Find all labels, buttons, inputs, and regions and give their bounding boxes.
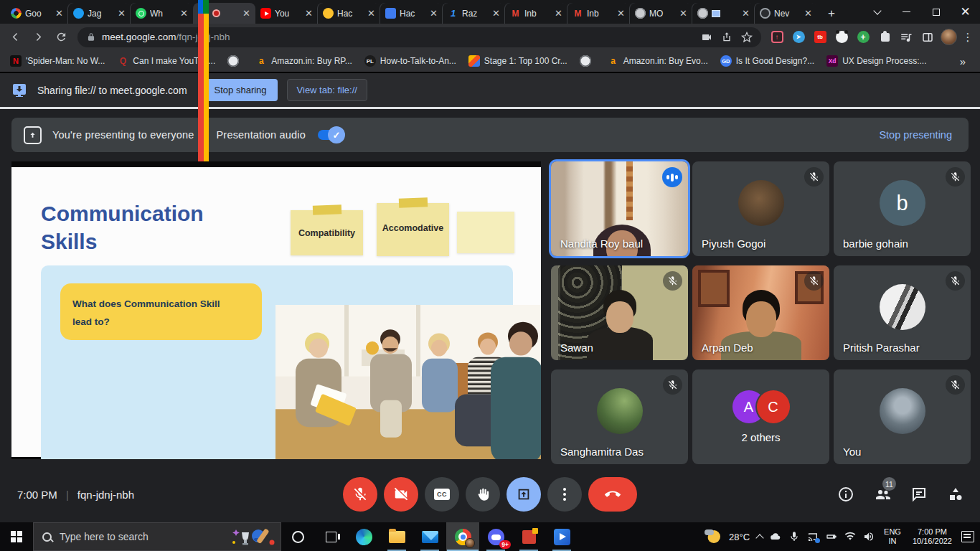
tab-whatsapp[interactable]: Wh✕ [131, 3, 193, 24]
tab-gmail-inbox-1[interactable]: MInb✕ [505, 3, 567, 24]
action-center-button[interactable] [961, 531, 974, 542]
profile-avatar[interactable] [941, 29, 957, 45]
taskbar-discord-button[interactable]: 9+ [479, 522, 512, 551]
tab-close-icon[interactable]: ✕ [367, 8, 375, 19]
tab-youtube[interactable]: You✕ [255, 3, 318, 24]
bookmark-amazon-rp[interactable]: aAmazon.in: Buy RP... [255, 55, 352, 67]
tab-camera-button[interactable] [701, 32, 712, 43]
extensions-menu-button[interactable] [876, 29, 893, 46]
raise-hand-button[interactable] [466, 477, 500, 512]
bookmark-stage1[interactable]: Stage 1: Top 100 Cr... [468, 55, 567, 67]
tab-mo[interactable]: MO✕ [630, 3, 692, 24]
wifi-button[interactable] [844, 531, 856, 542]
tab-close-icon[interactable]: ✕ [617, 8, 625, 19]
camera-button[interactable] [384, 477, 418, 512]
taskbar-movies-button[interactable] [545, 522, 578, 551]
language-indicator[interactable]: ENGIN [882, 527, 903, 546]
weather-moon-icon[interactable] [706, 529, 722, 545]
end-call-button[interactable] [588, 477, 637, 512]
onedrive-button[interactable] [770, 531, 781, 542]
tray-mic-button[interactable] [788, 531, 800, 542]
share-page-button[interactable] [721, 32, 732, 43]
taskbar-edge-button[interactable] [347, 522, 380, 551]
tile-nandita-roy-baul[interactable]: Nandita Roy baul [551, 161, 688, 256]
extension-adder-button[interactable]: + [854, 29, 872, 46]
tab-razorpay[interactable]: 1Raz✕ [443, 3, 505, 24]
tab-google[interactable]: Goo✕ [6, 3, 68, 24]
tab-close-icon[interactable]: ✕ [242, 8, 250, 19]
presentation-audio-toggle[interactable]: ✓ [318, 130, 342, 140]
taskbar-mail-button[interactable] [413, 522, 446, 551]
mic-button[interactable] [343, 477, 377, 512]
tab-close-icon[interactable]: ✕ [305, 8, 313, 19]
task-view-button[interactable] [314, 522, 347, 551]
stop-presenting-button[interactable]: Stop presenting [879, 129, 956, 141]
taskbar-chrome-button[interactable] [446, 522, 479, 551]
cortana-button[interactable] [281, 522, 314, 551]
bookmark-spiderman[interactable]: N'Spider-Man: No W... [10, 55, 105, 67]
tab-gmail-inbox-2[interactable]: MInb✕ [567, 3, 630, 24]
tab-close-icon[interactable]: ✕ [430, 8, 438, 19]
more-options-button[interactable] [547, 477, 582, 512]
media-controls-button[interactable] [897, 29, 915, 46]
minimize-button[interactable] [892, 0, 921, 24]
tab-hackerearth[interactable]: Hac✕ [380, 3, 443, 24]
tile-barbie-gohain[interactable]: b barbie gohain [834, 161, 971, 256]
bookmark-star-button[interactable] [741, 32, 753, 43]
tile-you[interactable]: You [834, 369, 971, 464]
tile-pritish-parashar[interactable]: Pritish Parashar [834, 265, 971, 360]
tab-close-icon[interactable]: ✕ [492, 8, 500, 19]
tab-close-icon[interactable]: ✕ [180, 8, 188, 19]
taskbar-explorer-button[interactable] [380, 522, 413, 551]
bookmark-howtotalk[interactable]: PLHow-to-Talk-to-An... [364, 55, 456, 67]
tab-twitter[interactable]: Jag✕ [68, 3, 131, 24]
view-tab-button[interactable]: View tab: file:// [287, 79, 367, 101]
tile-arpan-deb[interactable]: Arpan Deb [692, 265, 829, 360]
back-button[interactable] [6, 28, 24, 47]
tab-search-button[interactable] [862, 0, 892, 24]
tab-google-meet-active[interactable]: ✕ [193, 3, 255, 24]
reload-button[interactable] [52, 28, 70, 47]
close-window-button[interactable]: ✕ [951, 0, 980, 24]
activities-button[interactable] [947, 486, 964, 503]
people-button[interactable]: 11 [874, 486, 891, 503]
hidden-icons-chevron-icon[interactable] [755, 534, 763, 542]
forward-button[interactable] [29, 28, 47, 47]
stop-sharing-button[interactable]: Stop sharing [204, 79, 278, 101]
bookmark-globe-2[interactable] [580, 55, 595, 67]
start-button[interactable] [0, 522, 33, 551]
present-button[interactable] [507, 477, 541, 512]
temperature[interactable]: 28°C [729, 532, 750, 542]
cast-button[interactable] [807, 531, 819, 542]
tab-close-icon[interactable]: ✕ [118, 8, 126, 19]
maximize-button[interactable] [921, 0, 951, 24]
extension-loom-button[interactable]: ↑ [768, 29, 786, 46]
chat-button[interactable] [910, 486, 928, 503]
extension-arrow-button[interactable]: ➤ [790, 29, 807, 46]
taskbar-clock[interactable]: 7:00 PM10/16/2022 [910, 527, 954, 546]
tab-close-icon[interactable]: ✕ [679, 8, 687, 19]
extension-tubebuddy-button[interactable]: tb [811, 29, 829, 46]
side-panel-button[interactable] [919, 29, 936, 46]
extension-panda-button[interactable] [833, 29, 850, 46]
meeting-details-button[interactable] [837, 486, 854, 503]
tile-2-others[interactable]: A C 2 others [692, 369, 829, 464]
bookmark-globe-1[interactable] [227, 55, 243, 67]
volume-button[interactable] [863, 531, 875, 542]
tab-shared-screen[interactable]: ✕ [692, 3, 755, 24]
tab-hackerrank[interactable]: Hac✕ [318, 3, 380, 24]
bookmark-amazon-evo[interactable]: aAmazon.in: Buy Evo... [608, 55, 708, 67]
bookmark-good-design[interactable]: GDIs It Good Design?... [720, 55, 814, 67]
bookmark-ux-process[interactable]: XdUX Design Process:... [826, 55, 926, 67]
captions-button[interactable]: CC [425, 477, 459, 512]
tab-close-icon[interactable]: ✕ [742, 8, 750, 19]
bookmarks-overflow-button[interactable]: » [960, 55, 970, 67]
address-bar[interactable]: meet.google.com/fqn-jdnj-nbh [77, 27, 761, 47]
tab-nev[interactable]: Nev✕ [755, 3, 817, 24]
tab-close-icon[interactable]: ✕ [55, 8, 63, 19]
tab-close-icon[interactable]: ✕ [555, 8, 562, 19]
chrome-menu-button[interactable]: ⋮ [961, 31, 974, 44]
taskbar-search[interactable]: Type here to search [33, 522, 281, 551]
taskbar-game-button[interactable] [512, 522, 545, 551]
battery-button[interactable] [826, 531, 837, 542]
